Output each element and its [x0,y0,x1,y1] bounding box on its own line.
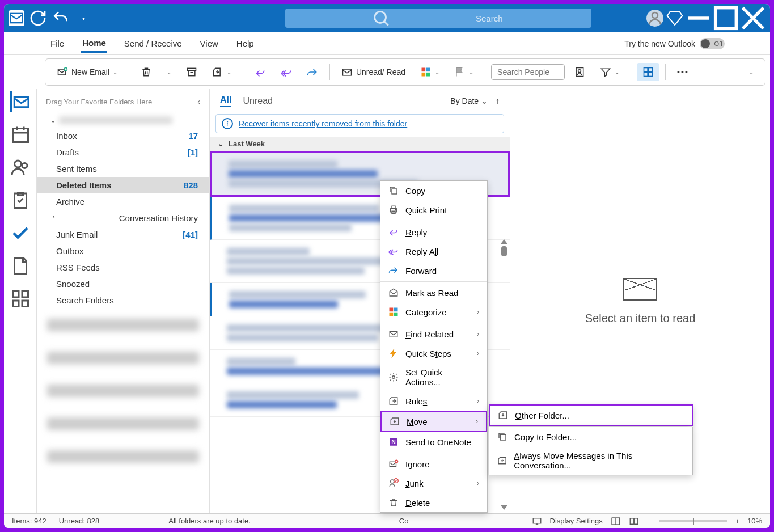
display-settings-label[interactable]: Display Settings [550,517,603,525]
menu-home[interactable]: Home [81,35,107,53]
categorize-button[interactable]: ⌄ [415,63,445,81]
svg-rect-9 [422,68,426,72]
folder-inbox[interactable]: Inbox17 [37,128,209,144]
display-settings-icon[interactable] [532,516,542,526]
move-submenu: Copy to Folder... Always Move Messages i… [489,427,693,475]
ctx-quick-print[interactable]: Quick Print [380,200,487,219]
ctx-junk[interactable]: Junk› [380,474,487,493]
flag-button[interactable]: ⌄ [449,63,479,81]
sync-icon[interactable] [29,9,47,27]
ctx-find-related[interactable]: Find Related› [380,324,487,344]
filter-button[interactable]: ⌄ [594,63,625,81]
menu-view[interactable]: View [199,35,219,52]
ctx-forward[interactable]: Forward [380,261,487,280]
ctx-onenote[interactable]: NSend to OneNote [380,432,487,451]
folder-sent[interactable]: Sent Items [37,161,209,177]
reply-all-button[interactable] [275,63,298,81]
ctx-reply-all[interactable]: Reply All [380,242,487,261]
scrollbar-down[interactable] [501,505,507,510]
menu-file[interactable]: File [49,35,65,52]
sort-direction[interactable]: ↑ [496,96,500,105]
ctx-always-move[interactable]: Always Move Messages in This Conversatio… [489,446,692,475]
ctx-quick-steps[interactable]: Quick Steps› [380,344,487,363]
archive-icon [186,66,197,78]
zoom-in[interactable]: + [735,517,739,525]
calendar-nav-icon[interactable] [10,124,31,145]
folder-archive[interactable]: Archive [37,193,209,210]
apps-nav-icon[interactable] [10,289,31,309]
recover-link[interactable]: Recover items recently removed from this… [239,119,407,128]
account-header[interactable]: ⌄ [37,113,209,128]
svg-rect-24 [12,292,19,298]
folder-outbox[interactable]: Outbox [37,243,209,259]
folder-search-folders[interactable]: Search Folders [37,292,209,309]
new-email-button[interactable]: New Email ⌄ [51,63,123,81]
zoom-out[interactable]: − [647,517,652,525]
address-book-button[interactable] [568,63,591,81]
folder-drafts[interactable]: Drafts[1] [37,144,209,161]
ctx-reply[interactable]: Reply [380,222,487,242]
archive-button[interactable] [180,63,203,81]
layout-button[interactable] [637,63,659,81]
qat-dropdown[interactable]: ▾ [74,9,92,27]
diamond-icon[interactable] [666,9,684,27]
folder-rss[interactable]: RSS Feeds [37,259,209,276]
ctx-mark-read[interactable]: Mark as Read [380,283,487,302]
copy-folder-icon [497,432,507,442]
ctx-ignore[interactable]: Ignore [380,454,487,474]
notes-nav-icon[interactable] [10,256,31,276]
collapse-folder-pane[interactable]: ‹ [197,97,200,106]
ctx-rules[interactable]: Rules› [380,391,487,411]
folder-snoozed[interactable]: Snoozed [37,276,209,292]
scrollbar[interactable] [500,239,509,256]
view-reading-icon[interactable] [629,516,639,526]
more-button[interactable]: ••• [671,64,695,80]
folder-junk[interactable]: Junk Email[41] [37,226,209,243]
todo-nav-icon[interactable] [10,223,31,243]
svg-rect-37 [390,313,394,316]
menu-send-receive[interactable]: Send / Receive [123,35,183,52]
zoom-slider[interactable] [659,520,727,522]
delete-button[interactable] [135,63,158,81]
ctx-move[interactable]: Move› [380,411,487,432]
folder-pane: Drag Your Favorite Folders Here‹ ⌄ Inbox… [37,89,210,513]
menu-help[interactable]: Help [235,35,255,52]
tasks-nav-icon[interactable] [10,190,31,210]
move-submenu-highlight: Other Folder... [489,404,693,426]
avatar[interactable] [646,10,663,27]
svg-point-34 [395,209,396,210]
svg-rect-35 [390,308,394,312]
folder-deleted[interactable]: Deleted Items828 [37,177,209,193]
group-header[interactable]: ⌄Last Week [210,137,510,151]
undo-icon[interactable] [52,9,70,27]
ctx-copy-to-folder[interactable]: Copy to Folder... [489,427,692,446]
ctx-copy[interactable]: CCopyopy [380,181,487,200]
forward-button[interactable] [301,63,324,81]
delete-dropdown[interactable]: ⌄ [161,66,177,79]
sort-by-date[interactable]: By Date ⌄ [450,96,488,105]
ctx-set-quick-actions[interactable]: Set Quick Actions... [380,363,487,391]
search-box[interactable] [285,9,591,28]
view-normal-icon[interactable] [611,516,621,526]
maximize-button[interactable] [713,6,738,31]
reply-button[interactable] [249,63,272,81]
svg-rect-25 [22,292,28,298]
minimize-button[interactable] [686,6,711,31]
filter-unread[interactable]: Unread [243,96,272,106]
search-input[interactable] [476,14,583,23]
lightning-icon [388,348,399,358]
people-nav-icon[interactable] [10,157,31,178]
folder-conversation-history[interactable]: ›Conversation History [37,210,209,226]
status-sync: All folders are up to date. [168,517,251,525]
filter-all[interactable]: All [220,95,231,107]
close-button[interactable] [741,6,765,31]
ctx-other-folder[interactable]: Other Folder... [490,406,692,425]
unread-read-button[interactable]: Unread/ Read [336,63,411,81]
ctx-categorize[interactable]: Categorize› [380,302,487,322]
search-people-input[interactable] [491,64,565,80]
new-outlook-toggle[interactable]: Off [700,38,725,49]
move-button[interactable]: ⌄ [206,63,237,81]
mail-nav-icon[interactable] [10,91,31,112]
ribbon-toggle[interactable]: ⌄ [743,66,759,79]
ctx-delete[interactable]: Delete [380,493,487,512]
